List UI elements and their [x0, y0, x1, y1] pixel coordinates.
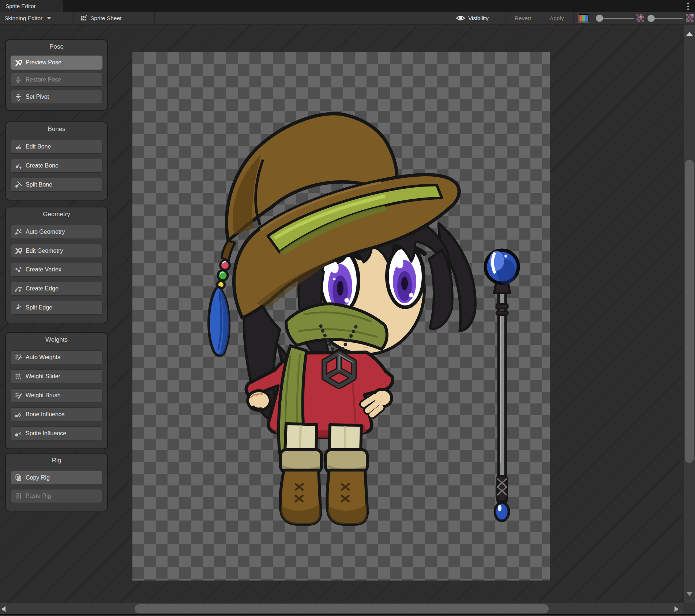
scroll-down-arrow[interactable]: [687, 592, 692, 596]
slider-track: [650, 18, 683, 19]
weight-brush-button[interactable]: Weight Brush: [11, 388, 102, 402]
copy-rig-icon: [14, 474, 22, 482]
staff-gem: [495, 503, 509, 521]
toolbar: Skinning Editor Sprite Sheet Visibility …: [0, 12, 695, 25]
eye-icon: [456, 15, 465, 21]
visibility-button[interactable]: Visibility: [451, 12, 506, 24]
character-sprite: [132, 52, 550, 581]
preview-pose-button[interactable]: Preview Pose: [11, 56, 102, 70]
panel-pose: Pose Preview Pose Restore Pose: [5, 39, 108, 111]
sprite-canvas[interactable]: [132, 52, 550, 581]
auto-geometry-button[interactable]: Auto Geometry: [11, 225, 102, 239]
window-tab-label: Sprite Editor: [5, 3, 36, 9]
window-tab[interactable]: Sprite Editor: [0, 0, 63, 12]
panel-title: Pose: [6, 40, 107, 52]
create-bone-icon: [14, 162, 22, 170]
panel-title: Rig: [6, 454, 107, 465]
edit-geometry-button[interactable]: Edit Geometry: [11, 244, 102, 258]
texture-checker-icon: [636, 14, 644, 22]
bone-opacity-slider[interactable]: [594, 12, 646, 25]
paste-rig-icon: [14, 492, 22, 500]
texture-checker-icon: [686, 14, 694, 22]
bone-influence-button[interactable]: Bone Influence: [11, 407, 102, 421]
sprite-sheet-label: Sprite Sheet: [90, 15, 121, 22]
panel-title: Weights: [6, 333, 107, 345]
scroll-left-arrow[interactable]: [1, 606, 5, 612]
sprite-editor-window: Sprite Editor Skinning Editor Sprite She…: [0, 0, 695, 616]
split-edge-button[interactable]: Split Edge: [11, 301, 102, 315]
scrollbar-corner: [683, 603, 695, 615]
create-bone-button[interactable]: Create Bone: [11, 159, 102, 173]
panel-rig: Rig Copy Rig Paste Rig: [5, 453, 108, 511]
sprite-grid-icon: [80, 15, 87, 22]
auto-geometry-icon: [14, 228, 22, 236]
preview-pose-icon: [14, 59, 22, 67]
panel-title: Geometry: [6, 207, 107, 219]
slider-thumb[interactable]: [596, 15, 603, 22]
vertical-scrollbar[interactable]: [683, 25, 695, 603]
revert-button[interactable]: Revert: [506, 12, 540, 24]
sprite-sheet-button[interactable]: Sprite Sheet: [74, 12, 154, 24]
visibility-label: Visibility: [468, 15, 489, 22]
titlebar: Sprite Editor: [0, 0, 695, 12]
weight-slider-button[interactable]: Weight Slider: [11, 369, 102, 383]
rgb-stripes-icon[interactable]: [579, 14, 589, 22]
panel-weights: Weights Auto Weights: [5, 332, 108, 449]
slider-track: [598, 18, 634, 19]
vertical-scrollbar-thumb[interactable]: [685, 160, 694, 463]
weight-slider-icon: [14, 372, 22, 380]
create-edge-button[interactable]: Create Edge: [11, 282, 102, 296]
edit-bone-icon: [14, 143, 22, 151]
edit-geometry-icon: [14, 247, 22, 255]
sprite-opacity-slider[interactable]: [646, 12, 695, 25]
skinning-editor-label: Skinning Editor: [4, 15, 42, 22]
set-pivot-button[interactable]: Set Pivot: [11, 90, 102, 104]
chevron-down-icon: [47, 17, 51, 19]
horizontal-scrollbar-thumb[interactable]: [135, 604, 549, 613]
set-pivot-icon: [14, 93, 22, 101]
edit-bone-button[interactable]: Edit Bone: [11, 140, 102, 154]
sprite-influence-icon: [14, 429, 22, 437]
paste-rig-button[interactable]: Paste Rig: [11, 489, 102, 503]
bone-influence-icon: [14, 410, 22, 418]
slider-thumb[interactable]: [647, 15, 655, 22]
scroll-right-arrow[interactable]: [675, 606, 679, 612]
restore-pose-icon: [14, 76, 22, 84]
overlay-swatch-cell: [574, 12, 594, 24]
panel-geometry: Geometry Auto Geometry: [5, 207, 108, 323]
split-bone-button[interactable]: Split Bone: [11, 178, 102, 192]
restore-pose-button[interactable]: Restore Pose: [11, 73, 102, 87]
panel-title: Bones: [6, 122, 107, 134]
scroll-up-arrow[interactable]: [686, 32, 693, 36]
auto-weights-button[interactable]: Auto Weights: [11, 350, 102, 364]
split-bone-icon: [14, 181, 22, 189]
skinning-editor-dropdown[interactable]: Skinning Editor: [0, 12, 73, 24]
horizontal-scrollbar[interactable]: [0, 603, 683, 615]
sprite-influence-button[interactable]: Sprite Influence: [11, 427, 102, 440]
apply-button[interactable]: Apply: [540, 12, 573, 24]
create-vertex-icon: [14, 266, 22, 274]
staff-sprite: [485, 250, 518, 521]
kebab-menu-icon[interactable]: [685, 3, 691, 10]
create-vertex-button[interactable]: Create Vertex: [11, 263, 102, 277]
create-edge-icon: [14, 285, 22, 293]
auto-weights-icon: [14, 353, 22, 361]
viewport: Pose Preview Pose Restore Pose: [0, 25, 695, 616]
toolbar-spacer: [155, 12, 451, 24]
panel-bones: Bones Edit Bone Create Bone: [5, 121, 108, 200]
weight-brush-icon: [14, 391, 22, 399]
copy-rig-button[interactable]: Copy Rig: [11, 471, 102, 485]
split-edge-icon: [14, 304, 22, 312]
